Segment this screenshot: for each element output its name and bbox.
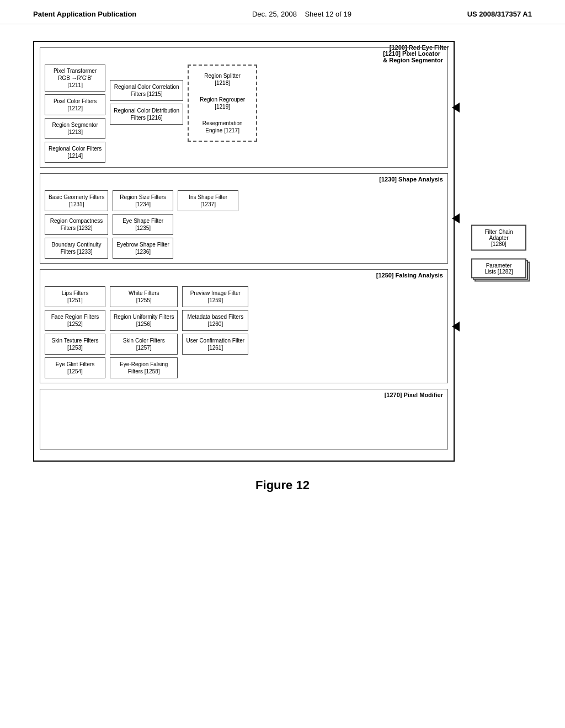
diagram-outer-box: [1200] Red Eye Filter [1210] Pixel Locat… [33, 41, 455, 462]
filter-1259: Preview Image Filter[1259] [182, 286, 248, 307]
section1-middle-col: Regional Color CorrelationFilters [1215]… [110, 80, 183, 125]
filter-1255: White Filters[1255] [110, 286, 178, 307]
filter-1236: Eyebrow Shape Filter[1236] [113, 238, 173, 259]
diagram-wrapper: [1200] Red Eye Filter [1210] Pixel Locat… [33, 41, 455, 462]
filter-1231: Basic Geomerty Filters[1231] [45, 190, 108, 211]
section2-col3: Iris Shape Filter[1237] [178, 190, 238, 211]
filter-1213: Region Segmentor[1213] [45, 118, 105, 139]
filter-1237: Iris Shape Filter[1237] [178, 190, 238, 211]
filter-1258: Eye-Region FalsingFilters [1258] [110, 357, 178, 378]
filter-1216: Regional Color DistributionFilters [1216… [110, 104, 183, 125]
filter-1218: Region Splitter[1218] [192, 69, 253, 90]
filter-1256: Region Uniformity Filters[1256] [110, 310, 178, 331]
page-header: Patent Application Publication Dec. 25, … [0, 0, 565, 24]
figure-caption: Figure 12 [33, 478, 532, 493]
section1-right: Region Splitter[1218] Region Regrouper[1… [188, 65, 257, 142]
filter-1261: User Confirmation Filter[1261] [182, 334, 248, 355]
header-date-sheet: Dec. 25, 2008 Sheet 12 of 19 [252, 10, 351, 18]
section3-label: [1250] Falsing Analysis [376, 272, 443, 279]
filter-1253: Skin Texture Filters[1253] [45, 334, 105, 355]
section2-layout: Basic Geomerty Filters[1231] Region Comp… [45, 190, 443, 259]
section1-box: [1210] Pixel Locator& Region Segmentor P… [40, 47, 448, 168]
filter-1251: Lips Filters[1251] [45, 286, 105, 307]
section1-left-col: Pixel TransformerRGB →R'G'B'[1211] Pixel… [45, 65, 105, 163]
section3-arrow [452, 322, 460, 331]
section3-col2: White Filters[1255] Region Uniformity Fi… [110, 286, 178, 378]
section4-layout [45, 406, 443, 445]
section3-col3: Preview Image Filter[1259] Metadata base… [182, 286, 248, 355]
filter-chain-adapter-box: Filter ChainAdapter[1280] [471, 224, 526, 250]
header-publication: Patent Application Publication [33, 10, 136, 18]
section2-box: [1230] Shape Analysis Basic Geomerty Fil… [40, 173, 448, 264]
filter-1215: Regional Color CorrelationFilters [1215] [110, 80, 183, 101]
filter-1235: Eye Shape Filter[1235] [113, 214, 173, 235]
filter-1234: Region Size Filters[1234] [113, 190, 173, 211]
dashed-region-segmentor: Region Splitter[1218] Region Regrouper[1… [188, 65, 257, 142]
main-content: [1200] Red Eye Filter [1210] Pixel Locat… [0, 24, 565, 509]
filter-1232: Region CompactnessFilters [1232] [45, 214, 108, 235]
filter-1217: ResegmentationEngine [1217] [192, 116, 253, 137]
header-patent-number: US 2008/317357 A1 [467, 10, 532, 18]
section4-box: [1270] Pixel Modifier [40, 389, 448, 449]
filter-1211: Pixel TransformerRGB →R'G'B'[1211] [45, 65, 105, 92]
right-sidebar: Filter ChainAdapter[1280] ParameterLists… [471, 224, 526, 278]
filter-1260: Metadata based Filters[1260] [182, 310, 248, 331]
section4-label: [1270] Pixel Modifier [385, 392, 443, 398]
section3-layout: Lips Filters[1251] Face Region Filters[1… [45, 286, 443, 378]
filter-1212: Pixel Color Filters[1212] [45, 94, 105, 115]
filter-1257: Skin Color Filters[1257] [110, 334, 178, 355]
parameter-lists-box: ParameterLists [1282] [471, 258, 526, 278]
section3-col1: Lips Filters[1251] Face Region Filters[1… [45, 286, 105, 378]
section1-arrow [452, 103, 460, 113]
filter-1233: Boundary ContinuityFilters [1233] [45, 238, 108, 259]
section2-arrow [452, 213, 460, 223]
section2-label: [1230] Shape Analysis [379, 176, 443, 183]
filter-1252: Face Region Filters[1252] [45, 310, 105, 331]
section2-col1: Basic Geomerty Filters[1231] Region Comp… [45, 190, 108, 259]
filter-1214: Regional Color Filters[1214] [45, 142, 105, 163]
section1-label: [1210] Pixel Locator& Region Segmentor [383, 50, 443, 63]
param-lists-wrapper: ParameterLists [1282] [471, 258, 526, 278]
section3-box: [1250] Falsing Analysis Lips Filters[125… [40, 269, 448, 383]
section2-col2: Region Size Filters[1234] Eye Shape Filt… [113, 190, 173, 259]
filter-1219: Region Regrouper[1219] [192, 93, 253, 114]
section1-layout: Pixel TransformerRGB →R'G'B'[1211] Pixel… [45, 65, 443, 163]
filter-1254: Eye Glint Filters[1254] [45, 357, 105, 378]
